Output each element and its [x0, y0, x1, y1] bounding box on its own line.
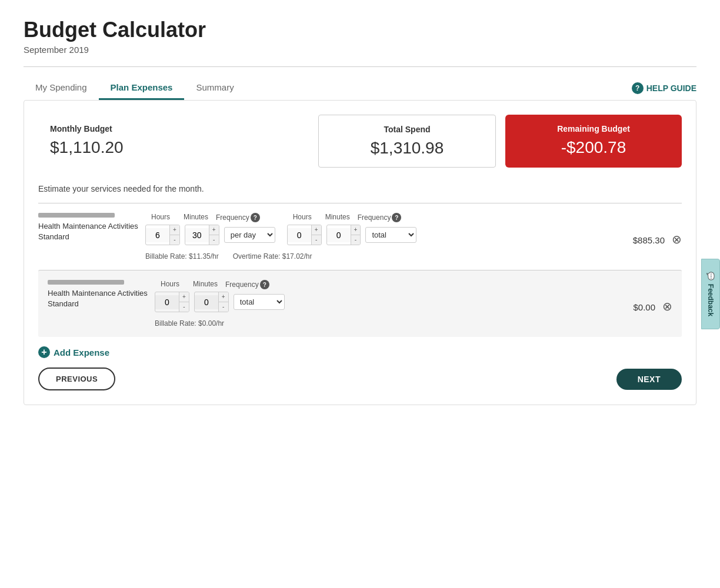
expense-row-2: Health Maintenance Activities Standard H… — [38, 270, 682, 337]
tab-summary[interactable]: Summary — [184, 76, 245, 100]
ot-minutes-input-wrap-1: + - — [326, 225, 361, 245]
ot-hours-decrement-1[interactable]: - — [312, 235, 321, 245]
minutes-buttons-2: + - — [218, 292, 228, 312]
footer-buttons: PREVIOUS NEXT — [38, 368, 682, 390]
service-2-color-bar — [48, 280, 124, 285]
ot-minutes-buttons-1: + - — [351, 225, 361, 245]
hours-buttons-1: + - — [169, 225, 179, 245]
hours-input-wrap-1: + - — [145, 225, 180, 245]
minutes-increment-2[interactable]: + — [219, 292, 228, 302]
previous-button[interactable]: PREVIOUS — [38, 368, 115, 390]
ot-hours-input-wrap-1: + - — [287, 225, 322, 245]
ot-minutes-label-1: Minutes — [322, 213, 353, 222]
minutes-decrement-2[interactable]: - — [219, 302, 228, 312]
hours-buttons-2: + - — [179, 292, 189, 312]
ot-hours-increment-1[interactable]: + — [312, 225, 321, 235]
frequency-select-1[interactable]: per day per week total — [224, 227, 275, 243]
expense-2-right: $0.00 ⊗ — [608, 280, 672, 312]
hours-label-1: Hours — [145, 213, 176, 222]
next-button[interactable]: NEXT — [616, 369, 682, 390]
monthly-budget-box: Monthly Budget $1,110.20 — [38, 115, 309, 168]
expense-1-service-name: Health Maintenance Activities Standard — [38, 221, 138, 242]
hours-label-2: Hours — [155, 280, 185, 289]
monthly-budget-value: $1,110.20 — [50, 138, 297, 157]
service-1-color-bar — [38, 213, 115, 218]
expense-1-rates: Billable Rate: $11.35/hr Overtime Rate: … — [145, 249, 611, 260]
frequency-label-1: Frequency ? — [216, 213, 260, 222]
expense-2-amount: $0.00 — [608, 302, 655, 312]
remaining-budget-label: Remaining Budget — [519, 124, 668, 133]
expense-1-controls: Hours Minutes Frequency ? + - — [145, 213, 611, 260]
minutes-increment-1[interactable]: + — [209, 225, 219, 235]
expense-2-rates: Billable Rate: $0.00/hr — [155, 316, 601, 328]
page-title: Budget Calculator — [24, 18, 696, 42]
remaining-budget-value: -$200.78 — [519, 138, 668, 157]
minutes-label-1: Minutes — [181, 213, 211, 222]
add-expense-button[interactable]: + Add Expense — [38, 346, 109, 358]
frequency-help-icon-1[interactable]: ? — [251, 213, 260, 222]
ot-frequency-help-icon-1[interactable]: ? — [392, 213, 401, 222]
ot-minutes-input-1[interactable] — [327, 228, 351, 242]
minutes-input-wrap-2: + - — [194, 292, 229, 312]
hours-decrement-1[interactable]: - — [170, 235, 179, 245]
hours-input-2[interactable] — [155, 295, 179, 309]
help-guide-button[interactable]: ? HELP GUIDE — [632, 82, 696, 94]
minutes-input-wrap-1: + - — [185, 225, 219, 245]
remove-expense-2-button[interactable]: ⊗ — [662, 300, 672, 312]
budget-summary-row: Monthly Budget $1,110.20 Total Spend $1,… — [38, 115, 682, 168]
total-spend-label: Total Spend — [333, 125, 481, 134]
hours-decrement-2[interactable]: - — [179, 302, 189, 312]
expense-1-overtime-group: Hours Minutes Frequency ? + - — [287, 213, 417, 245]
ot-hours-input-1[interactable] — [288, 228, 311, 242]
estimate-text: Estimate your services needed for the mo… — [38, 184, 682, 193]
expense-row-1: Health Maintenance Activities Standard H… — [38, 203, 682, 270]
page-subtitle: September 2019 — [24, 45, 696, 55]
tabs-header: My Spending Plan Expenses Summary ? HELP… — [24, 76, 696, 100]
total-spend-box: Total Spend $1,310.98 — [318, 115, 496, 168]
minutes-input-1[interactable] — [185, 228, 209, 242]
frequency-help-icon-2[interactable]: ? — [260, 280, 269, 289]
ot-frequency-select-1[interactable]: total per day per week — [365, 227, 416, 243]
expense-2-service-name: Health Maintenance Activities Standard — [48, 288, 148, 309]
feedback-tab[interactable]: 💬 Feedback — [701, 259, 720, 329]
minutes-input-2[interactable] — [195, 295, 218, 309]
billable-rate-2: Billable Rate: $0.00/hr — [155, 319, 224, 328]
expense-2-left: Health Maintenance Activities Standard — [48, 280, 148, 309]
tabs-nav: My Spending Plan Expenses Summary — [24, 76, 246, 100]
ot-hours-buttons-1: + - — [311, 225, 321, 245]
hours-increment-2[interactable]: + — [179, 292, 189, 302]
ot-minutes-increment-1[interactable]: + — [351, 225, 361, 235]
frequency-select-2[interactable]: total per day per week — [234, 294, 285, 310]
expense-2-controls: Hours Minutes Frequency ? + - — [155, 280, 601, 328]
title-divider — [24, 66, 696, 67]
expense-1-amount: $885.30 — [618, 235, 665, 245]
ot-minutes-decrement-1[interactable]: - — [351, 235, 361, 245]
hours-input-wrap-2: + - — [155, 292, 189, 312]
minutes-decrement-1[interactable]: - — [209, 235, 219, 245]
monthly-budget-label: Monthly Budget — [50, 124, 297, 133]
total-spend-value: $1,310.98 — [333, 139, 481, 158]
remaining-budget-box: Remaining Budget -$200.78 — [505, 115, 682, 168]
expense-1-right: $885.30 ⊗ — [618, 213, 682, 245]
ot-hours-label-1: Hours — [287, 213, 318, 222]
ot-frequency-label-1: Frequency ? — [358, 213, 402, 222]
hours-input-1[interactable] — [146, 228, 169, 242]
main-card: Monthly Budget $1,110.20 Total Spend $1,… — [24, 100, 696, 405]
minutes-buttons-1: + - — [209, 225, 219, 245]
expense-1-left: Health Maintenance Activities Standard — [38, 213, 138, 242]
tab-plan-expenses[interactable]: Plan Expenses — [99, 76, 185, 100]
billable-rate-1: Billable Rate: $11.35/hr — [145, 252, 219, 260]
overtime-rate-1: Overtime Rate: $17.02/hr — [233, 252, 312, 260]
feedback-icon: 💬 — [706, 272, 715, 280]
expense-1-regular-group: Hours Minutes Frequency ? + - — [145, 213, 275, 245]
tab-my-spending[interactable]: My Spending — [24, 76, 99, 100]
frequency-label-2: Frequency ? — [225, 280, 269, 289]
hours-increment-1[interactable]: + — [170, 225, 179, 235]
minutes-label-2: Minutes — [190, 280, 221, 289]
help-circle-icon: ? — [632, 82, 644, 94]
remove-expense-1-button[interactable]: ⊗ — [672, 233, 682, 245]
add-icon: + — [38, 346, 50, 358]
expense-2-regular-group: Hours Minutes Frequency ? + - — [155, 280, 285, 312]
